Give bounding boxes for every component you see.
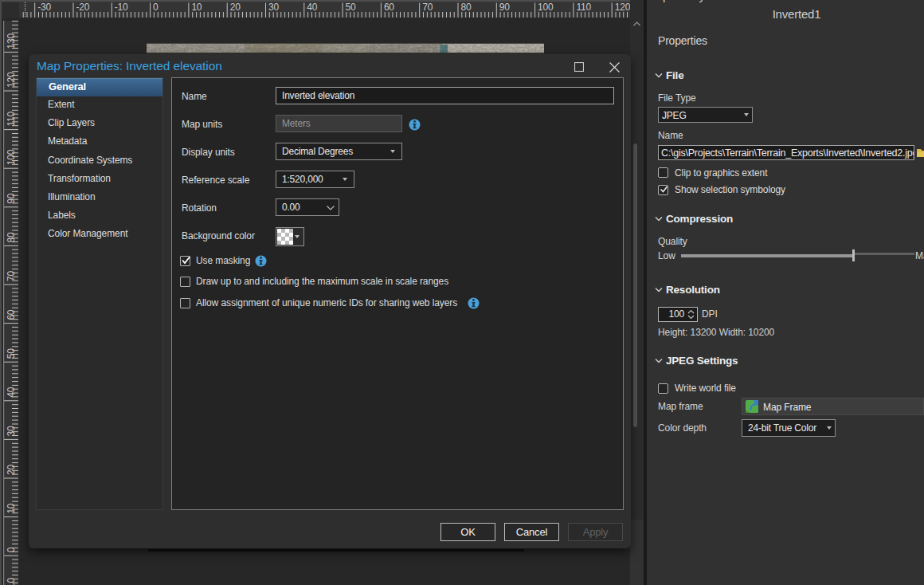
svg-text:70: 70: [6, 271, 17, 281]
svg-text:110: 110: [6, 112, 17, 127]
svg-text:60: 60: [384, 2, 394, 13]
svg-text:50: 50: [346, 2, 356, 13]
svg-text:30: 30: [6, 426, 17, 436]
svg-text:20: 20: [230, 2, 241, 13]
svg-text:110: 110: [576, 2, 591, 13]
svg-text:-20: -20: [76, 2, 90, 13]
svg-text:80: 80: [461, 2, 472, 13]
svg-text:50: 50: [6, 348, 17, 359]
svg-text:40: 40: [307, 2, 317, 13]
svg-text:90: 90: [6, 193, 17, 203]
svg-text:30: 30: [268, 2, 279, 13]
svg-text:70: 70: [422, 2, 433, 13]
svg-text:120: 120: [6, 72, 17, 88]
svg-text:100: 100: [538, 2, 554, 13]
svg-text:40: 40: [6, 387, 17, 397]
svg-text:60: 60: [6, 309, 17, 320]
svg-text:-10: -10: [115, 2, 128, 13]
svg-text:0: 0: [6, 547, 17, 552]
svg-text:-10: -10: [6, 578, 17, 585]
svg-text:-30: -30: [37, 2, 51, 13]
svg-text:10: 10: [191, 2, 202, 13]
svg-text:90: 90: [499, 2, 510, 13]
svg-text:80: 80: [6, 232, 17, 242]
svg-text:130: 130: [6, 33, 17, 49]
svg-text:100: 100: [6, 149, 17, 165]
svg-text:0: 0: [153, 2, 159, 13]
svg-text:120: 120: [615, 2, 630, 13]
svg-text:10: 10: [6, 503, 17, 513]
svg-text:20: 20: [6, 465, 17, 475]
